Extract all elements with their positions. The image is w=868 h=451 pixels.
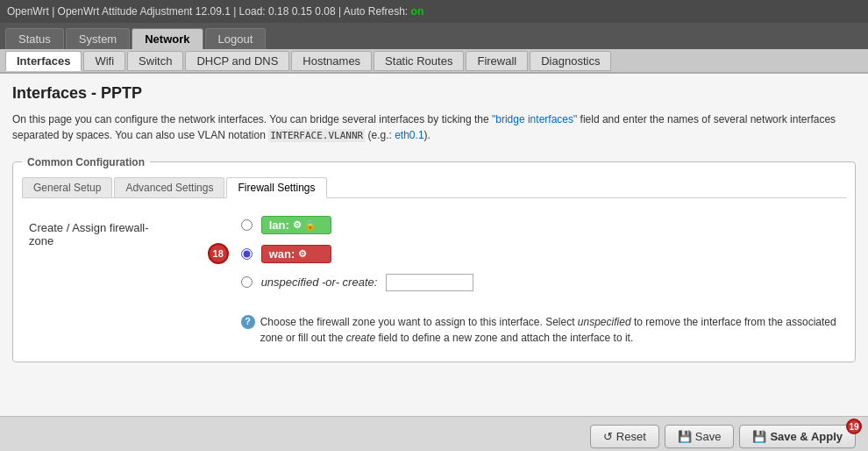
- topbar: OpenWrt | OpenWrt Attitude Adjustment 12…: [0, 0, 868, 23]
- autorefresh-status: on: [411, 5, 424, 18]
- nav-tab-system[interactable]: System: [66, 28, 130, 49]
- fw-option-unspecified: unspecified -or- create:: [241, 274, 839, 291]
- fw-create-input[interactable]: [386, 274, 473, 291]
- fw-zone-wan-icon: ⚙: [298, 248, 307, 260]
- save-label: Save: [695, 430, 722, 443]
- reset-icon: ↺: [603, 430, 613, 443]
- fw-zone-wan-box: wan: ⚙: [261, 245, 331, 263]
- nav-tab-status[interactable]: Status: [5, 28, 64, 49]
- vlan-example-link[interactable]: eth0.1: [395, 129, 423, 141]
- nav-tab-logout[interactable]: Logout: [205, 28, 267, 49]
- nav-tab-network[interactable]: Network: [132, 28, 203, 49]
- vlan-notation: INTERFACE.VLANNR: [268, 129, 365, 142]
- separator: |: [49, 5, 58, 18]
- fw-radio-wan[interactable]: [241, 248, 253, 260]
- content-area: Interfaces - PPTP On this page you can c…: [0, 74, 868, 416]
- save-button[interactable]: 💾 Save: [665, 425, 735, 448]
- inner-tab-general-setup[interactable]: General Setup: [22, 177, 112, 197]
- apply-icon: 💾: [752, 430, 766, 443]
- subtab-hostnames[interactable]: Hostnames: [291, 51, 372, 71]
- subtab-wifi[interactable]: Wifi: [83, 51, 125, 71]
- fw-zone-lan-label: lan:: [269, 218, 289, 232]
- fw-help-text: ? Choose the firewall zone you want to a…: [241, 314, 839, 346]
- assign-label: Create / Assign firewall-zone: [29, 216, 153, 247]
- fw-zone-options: lan: ⚙ 🔒 18 wan: ⚙: [241, 216, 839, 346]
- reset-label: Reset: [616, 430, 646, 443]
- common-config-section: Common Configuration General Setup Advan…: [12, 156, 856, 362]
- save-apply-button[interactable]: 💾 Save & Apply 19: [739, 425, 856, 448]
- fw-option-lan: lan: ⚙ 🔒: [241, 216, 839, 234]
- fw-option-wan: 18 wan: ⚙: [241, 245, 839, 263]
- apply-badge: 19: [846, 419, 862, 434]
- page-title: Interfaces - PPTP: [12, 84, 856, 103]
- inner-tabs: General Setup Advanced Settings Firewall…: [22, 177, 846, 198]
- load-text: | Load: 0.18 0.15 0.08 | Auto Refresh:: [231, 5, 411, 18]
- fw-zone-lan-icon: ⚙ 🔒: [293, 219, 317, 231]
- fw-radio-lan[interactable]: [241, 219, 253, 231]
- fw-zone-wan-label: wan:: [269, 247, 295, 261]
- subtabs: Interfaces Wifi Switch DHCP and DNS Host…: [0, 49, 868, 74]
- subtab-switch[interactable]: Switch: [127, 51, 183, 71]
- fw-help-icon: ?: [241, 315, 255, 329]
- fw-wan-badge: 18: [208, 243, 229, 264]
- fw-unspecified-label: unspecified -or- create:: [261, 276, 378, 289]
- fw-radio-unspecified[interactable]: [241, 276, 253, 288]
- fw-zone-lan-box: lan: ⚙ 🔒: [261, 216, 331, 234]
- apply-label: Save & Apply: [770, 430, 843, 443]
- inner-tab-firewall-settings[interactable]: Firewall Settings: [226, 177, 326, 198]
- bridge-interfaces-quote: "bridge interfaces": [492, 113, 577, 125]
- subtab-static-routes[interactable]: Static Routes: [374, 51, 464, 71]
- nav-tabs: Status System Network Logout: [0, 23, 868, 49]
- firewall-settings-content: Create / Assign firewall-zone lan: ⚙ 🔒 1…: [22, 209, 846, 353]
- fw-help-content: Choose the firewall zone you want to ass…: [260, 314, 839, 346]
- page-description: On this page you can configure the netwo…: [12, 111, 856, 144]
- brand-text: OpenWrt: [7, 5, 49, 18]
- subtab-firewall[interactable]: Firewall: [466, 51, 528, 71]
- footer-bar: ↺ Reset 💾 Save 💾 Save & Apply 19: [0, 416, 868, 451]
- version-text: OpenWrt Attitude Adjustment 12.09.1: [58, 5, 231, 18]
- reset-button[interactable]: ↺ Reset: [590, 425, 659, 448]
- inner-tab-advanced-settings[interactable]: Advanced Settings: [114, 177, 224, 197]
- common-config-legend: Common Configuration: [22, 156, 150, 168]
- save-icon: 💾: [678, 430, 692, 443]
- subtab-interfaces[interactable]: Interfaces: [5, 51, 82, 71]
- subtab-diagnostics[interactable]: Diagnostics: [530, 51, 611, 71]
- subtab-dhcp-dns[interactable]: DHCP and DNS: [185, 51, 289, 71]
